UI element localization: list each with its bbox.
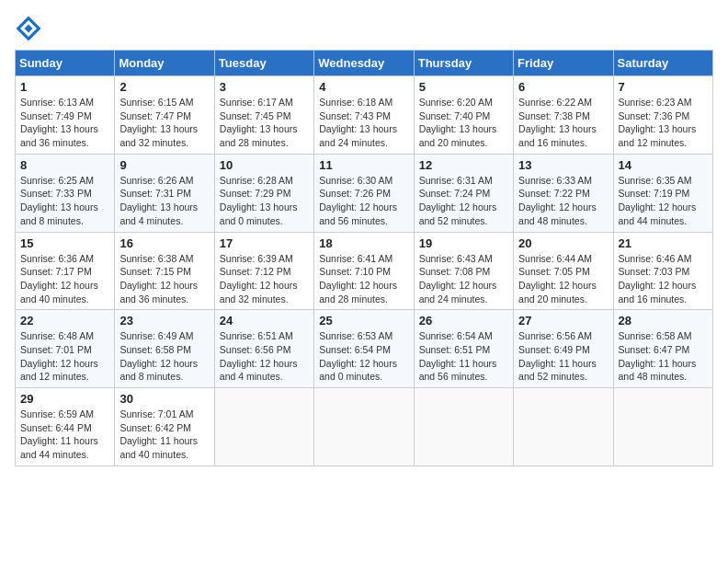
day-info: Sunrise: 6:44 AM Sunset: 7:05 PM Dayligh…	[518, 252, 608, 306]
day-info: Sunrise: 6:58 AM Sunset: 6:47 PM Dayligh…	[619, 329, 708, 384]
calendar-week-4: 22Sunrise: 6:48 AM Sunset: 7:01 PM Dayli…	[16, 310, 713, 388]
calendar-cell: 3Sunrise: 6:17 AM Sunset: 7:45 PM Daylig…	[214, 76, 313, 155]
calendar-cell: 9Sunrise: 6:26 AM Sunset: 7:31 PM Daylig…	[115, 154, 214, 232]
day-number: 28	[619, 314, 708, 327]
calendar-cell	[214, 388, 313, 466]
day-number: 25	[319, 314, 408, 327]
day-number: 14	[619, 158, 708, 172]
day-info: Sunrise: 6:23 AM Sunset: 7:36 PM Dayligh…	[619, 96, 708, 150]
weekday-header-friday: Friday	[514, 51, 613, 76]
day-info: Sunrise: 6:33 AM Sunset: 7:22 PM Dayligh…	[518, 174, 608, 228]
weekday-header-monday: Monday	[115, 51, 214, 76]
day-number: 2	[119, 80, 209, 94]
day-info: Sunrise: 6:41 AM Sunset: 7:10 PM Dayligh…	[319, 252, 408, 306]
day-info: Sunrise: 6:13 AM Sunset: 7:49 PM Dayligh…	[20, 96, 109, 150]
calendar-cell: 21Sunrise: 6:46 AM Sunset: 7:03 PM Dayli…	[613, 232, 712, 310]
weekday-header-thursday: Thursday	[414, 51, 513, 76]
day-info: Sunrise: 6:56 AM Sunset: 6:49 PM Dayligh…	[518, 329, 608, 384]
calendar-cell: 4Sunrise: 6:18 AM Sunset: 7:43 PM Daylig…	[314, 76, 414, 155]
day-number: 30	[119, 392, 209, 406]
day-info: Sunrise: 6:35 AM Sunset: 7:19 PM Dayligh…	[619, 174, 708, 228]
calendar-cell: 20Sunrise: 6:44 AM Sunset: 7:05 PM Dayli…	[514, 232, 613, 310]
day-info: Sunrise: 6:22 AM Sunset: 7:38 PM Dayligh…	[518, 96, 608, 150]
calendar-cell: 15Sunrise: 6:36 AM Sunset: 7:17 PM Dayli…	[16, 232, 115, 310]
calendar-week-5: 29Sunrise: 6:59 AM Sunset: 6:44 PM Dayli…	[16, 388, 713, 466]
calendar-cell: 24Sunrise: 6:51 AM Sunset: 6:56 PM Dayli…	[214, 310, 313, 388]
day-info: Sunrise: 6:51 AM Sunset: 6:56 PM Dayligh…	[220, 329, 309, 384]
calendar-cell	[414, 388, 513, 466]
calendar-cell	[613, 388, 712, 466]
calendar-week-1: 1Sunrise: 6:13 AM Sunset: 7:49 PM Daylig…	[16, 76, 713, 155]
day-number: 24	[220, 314, 309, 327]
day-info: Sunrise: 6:54 AM Sunset: 6:51 PM Dayligh…	[419, 329, 508, 384]
calendar-cell: 19Sunrise: 6:43 AM Sunset: 7:08 PM Dayli…	[414, 232, 513, 310]
calendar-cell: 5Sunrise: 6:20 AM Sunset: 7:40 PM Daylig…	[414, 76, 513, 155]
calendar-cell: 18Sunrise: 6:41 AM Sunset: 7:10 PM Dayli…	[314, 232, 414, 310]
calendar-cell: 2Sunrise: 6:15 AM Sunset: 7:47 PM Daylig…	[115, 76, 214, 155]
calendar-cell	[514, 388, 613, 466]
day-number: 13	[518, 158, 608, 172]
day-info: Sunrise: 7:01 AM Sunset: 6:42 PM Dayligh…	[119, 408, 209, 462]
logo-icon	[15, 15, 42, 42]
calendar-cell: 12Sunrise: 6:31 AM Sunset: 7:24 PM Dayli…	[414, 154, 513, 232]
day-number: 29	[20, 392, 109, 406]
day-number: 23	[119, 314, 209, 327]
day-info: Sunrise: 6:30 AM Sunset: 7:26 PM Dayligh…	[319, 174, 408, 228]
day-number: 16	[119, 236, 209, 250]
day-number: 3	[220, 80, 309, 94]
day-info: Sunrise: 6:17 AM Sunset: 7:45 PM Dayligh…	[220, 96, 309, 150]
calendar-cell: 23Sunrise: 6:49 AM Sunset: 6:58 PM Dayli…	[115, 310, 214, 388]
day-info: Sunrise: 6:36 AM Sunset: 7:17 PM Dayligh…	[20, 252, 109, 306]
day-number: 7	[619, 80, 708, 94]
day-number: 19	[419, 236, 508, 250]
calendar-cell: 29Sunrise: 6:59 AM Sunset: 6:44 PM Dayli…	[16, 388, 115, 466]
day-info: Sunrise: 6:28 AM Sunset: 7:29 PM Dayligh…	[220, 174, 309, 228]
weekday-header-sunday: Sunday	[16, 51, 115, 76]
day-info: Sunrise: 6:18 AM Sunset: 7:43 PM Dayligh…	[319, 96, 408, 150]
day-info: Sunrise: 6:25 AM Sunset: 7:33 PM Dayligh…	[20, 174, 109, 228]
calendar-cell: 22Sunrise: 6:48 AM Sunset: 7:01 PM Dayli…	[16, 310, 115, 388]
calendar-week-2: 8Sunrise: 6:25 AM Sunset: 7:33 PM Daylig…	[16, 154, 713, 232]
day-info: Sunrise: 6:53 AM Sunset: 6:54 PM Dayligh…	[319, 329, 408, 384]
day-info: Sunrise: 6:48 AM Sunset: 7:01 PM Dayligh…	[20, 329, 109, 384]
day-number: 17	[220, 236, 309, 250]
calendar-cell: 10Sunrise: 6:28 AM Sunset: 7:29 PM Dayli…	[214, 154, 313, 232]
calendar-cell: 14Sunrise: 6:35 AM Sunset: 7:19 PM Dayli…	[613, 154, 712, 232]
weekday-header-wednesday: Wednesday	[314, 51, 414, 76]
day-info: Sunrise: 6:43 AM Sunset: 7:08 PM Dayligh…	[419, 252, 508, 306]
calendar: SundayMondayTuesdayWednesdayThursdayFrid…	[15, 50, 713, 466]
calendar-cell: 28Sunrise: 6:58 AM Sunset: 6:47 PM Dayli…	[613, 310, 712, 388]
calendar-cell: 7Sunrise: 6:23 AM Sunset: 7:36 PM Daylig…	[613, 76, 712, 155]
day-info: Sunrise: 6:39 AM Sunset: 7:12 PM Dayligh…	[220, 252, 309, 306]
calendar-cell	[314, 388, 414, 466]
day-number: 21	[619, 236, 708, 250]
logo	[15, 15, 46, 42]
calendar-cell: 13Sunrise: 6:33 AM Sunset: 7:22 PM Dayli…	[514, 154, 613, 232]
calendar-cell: 25Sunrise: 6:53 AM Sunset: 6:54 PM Dayli…	[314, 310, 414, 388]
page-header	[15, 15, 713, 42]
day-info: Sunrise: 6:31 AM Sunset: 7:24 PM Dayligh…	[419, 174, 508, 228]
day-number: 9	[119, 158, 209, 172]
calendar-cell: 1Sunrise: 6:13 AM Sunset: 7:49 PM Daylig…	[16, 76, 115, 155]
day-number: 26	[419, 314, 508, 327]
day-info: Sunrise: 6:26 AM Sunset: 7:31 PM Dayligh…	[119, 174, 209, 228]
day-number: 27	[518, 314, 608, 327]
day-number: 6	[518, 80, 608, 94]
calendar-cell: 17Sunrise: 6:39 AM Sunset: 7:12 PM Dayli…	[214, 232, 313, 310]
day-number: 12	[419, 158, 508, 172]
day-info: Sunrise: 6:38 AM Sunset: 7:15 PM Dayligh…	[119, 252, 209, 306]
calendar-cell: 30Sunrise: 7:01 AM Sunset: 6:42 PM Dayli…	[115, 388, 214, 466]
calendar-cell: 27Sunrise: 6:56 AM Sunset: 6:49 PM Dayli…	[514, 310, 613, 388]
day-number: 8	[20, 158, 109, 172]
calendar-cell: 11Sunrise: 6:30 AM Sunset: 7:26 PM Dayli…	[314, 154, 414, 232]
calendar-cell: 26Sunrise: 6:54 AM Sunset: 6:51 PM Dayli…	[414, 310, 513, 388]
day-info: Sunrise: 6:20 AM Sunset: 7:40 PM Dayligh…	[419, 96, 508, 150]
day-number: 4	[319, 80, 408, 94]
day-info: Sunrise: 6:49 AM Sunset: 6:58 PM Dayligh…	[119, 329, 209, 384]
day-number: 1	[20, 80, 109, 94]
day-number: 10	[220, 158, 309, 172]
calendar-week-3: 15Sunrise: 6:36 AM Sunset: 7:17 PM Dayli…	[16, 232, 713, 310]
calendar-cell: 6Sunrise: 6:22 AM Sunset: 7:38 PM Daylig…	[514, 76, 613, 155]
weekday-header-row: SundayMondayTuesdayWednesdayThursdayFrid…	[16, 51, 713, 76]
day-info: Sunrise: 6:59 AM Sunset: 6:44 PM Dayligh…	[20, 408, 109, 462]
